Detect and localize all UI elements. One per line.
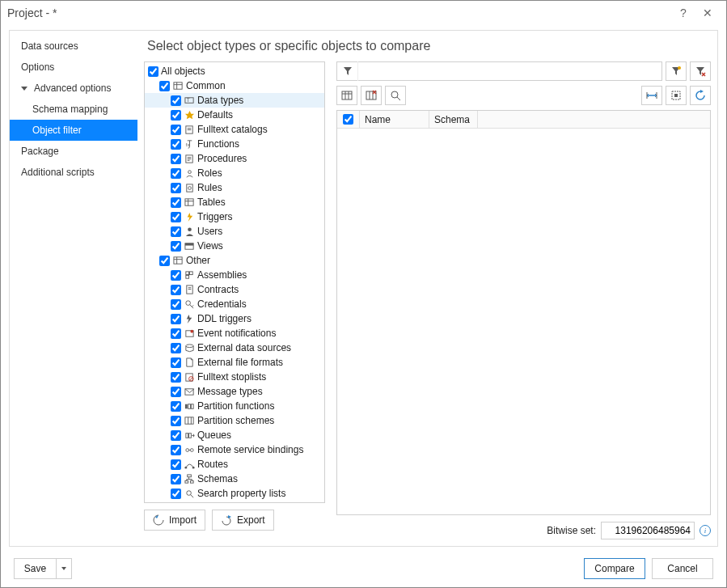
tree-checkbox[interactable]	[171, 416, 181, 426]
tree-label: Assemblies	[197, 269, 247, 281]
tree-checkbox[interactable]	[171, 154, 181, 164]
tree-row[interactable]: External file formats	[145, 355, 324, 370]
tree-row[interactable]: Partition schemes	[145, 413, 324, 428]
tree-checkbox[interactable]	[171, 357, 181, 368]
save-button[interactable]: Save	[14, 558, 56, 579]
sidebar-item-package[interactable]: Package	[10, 141, 137, 162]
grid-col-name[interactable]: Name	[360, 111, 429, 128]
tree-checkbox[interactable]	[171, 95, 181, 106]
tree-row[interactable]: Fulltext stoplists	[145, 370, 324, 384]
tree-checkbox[interactable]	[171, 401, 181, 412]
tree-row[interactable]: Credentials	[145, 297, 324, 311]
objects-grid[interactable]: Name Schema	[336, 110, 711, 515]
tree-checkbox[interactable]	[171, 183, 181, 193]
grid-check-all-box[interactable]	[343, 114, 353, 125]
tree-checkbox[interactable]	[171, 125, 181, 135]
import-button[interactable]: Import	[144, 510, 205, 531]
tree-row[interactable]: Search property lists	[145, 486, 324, 501]
tree-row[interactable]: External data sources	[145, 341, 324, 355]
tree-checkbox[interactable]	[171, 445, 181, 455]
select-all-button[interactable]	[666, 86, 687, 105]
tree-row[interactable]: Common	[145, 78, 324, 93]
show-columns-button[interactable]	[336, 86, 357, 105]
find-button[interactable]	[385, 86, 406, 105]
tree-row[interactable]: Views	[145, 239, 324, 253]
tree-checkbox[interactable]	[171, 372, 181, 383]
window-title: Project - *	[7, 6, 57, 19]
tree-checkbox[interactable]	[171, 212, 181, 222]
tree-row[interactable]: Users	[145, 224, 324, 239]
tree-checkbox[interactable]	[171, 226, 181, 237]
tree-row[interactable]: Other	[145, 253, 324, 268]
tree-row[interactable]: Schemas	[145, 472, 324, 486]
tree-row[interactable]: Rules	[145, 180, 324, 195]
tree-checkbox[interactable]	[171, 168, 181, 179]
tree-row[interactable]: Tables	[145, 195, 324, 209]
info-icon[interactable]: i	[700, 525, 711, 536]
help-icon[interactable]: ?	[671, 6, 695, 19]
save-dropdown[interactable]	[56, 558, 72, 579]
save-split-button[interactable]: Save	[14, 558, 72, 579]
tree-checkbox[interactable]	[159, 81, 170, 91]
tree-label: Partition schemes	[197, 415, 274, 426]
compare-button[interactable]: Compare	[584, 558, 645, 579]
tree-checkbox[interactable]	[171, 459, 181, 470]
tree-row[interactable]: Roles	[145, 166, 324, 180]
tree-checkbox[interactable]	[171, 110, 181, 121]
sidebar-item-object-filter[interactable]: Object filter	[10, 120, 137, 141]
close-icon[interactable]: ✕	[695, 6, 720, 19]
sidebar-item-options[interactable]: Options	[10, 57, 137, 78]
filter-clear-button[interactable]	[690, 61, 711, 81]
sidebar-item-schema-mapping[interactable]: Schema mapping	[10, 99, 137, 120]
tree-checkbox[interactable]	[171, 299, 181, 310]
tree-checkbox[interactable]	[171, 197, 181, 208]
fit-width-button[interactable]	[641, 86, 662, 105]
tree-checkbox[interactable]	[171, 328, 181, 339]
tree-checkbox[interactable]	[171, 343, 181, 353]
tree-checkbox[interactable]	[171, 139, 181, 150]
clear-columns-button[interactable]	[361, 86, 382, 105]
tree-checkbox[interactable]	[171, 489, 181, 499]
tree-row[interactable]: Defaults	[145, 108, 324, 122]
sidebar-item-additional-scripts[interactable]: Additional scripts	[10, 162, 137, 183]
grid-check-all[interactable]	[337, 111, 360, 128]
tree-checkbox[interactable]	[171, 474, 181, 484]
svg-rect-49	[187, 474, 191, 476]
tree-row[interactable]: Assemblies	[145, 268, 324, 282]
grid-col-schema[interactable]: Schema	[429, 111, 478, 128]
tree-checkbox[interactable]	[171, 241, 181, 252]
tree-checkbox[interactable]	[148, 66, 159, 77]
tree-label: Data types	[197, 95, 243, 106]
cancel-button[interactable]: Cancel	[652, 558, 713, 579]
tree-row[interactable]: fxFunctions	[145, 137, 324, 151]
tree-row[interactable]: Procedures	[145, 151, 324, 166]
tree-row[interactable]: Contracts	[145, 282, 324, 297]
filter-builder-button[interactable]	[666, 61, 687, 81]
export-button[interactable]: Export	[212, 510, 274, 531]
tree-label: All objects	[161, 66, 205, 77]
filter-input[interactable]	[336, 61, 662, 81]
tree-checkbox[interactable]	[171, 387, 181, 397]
tree-row[interactable]: TData types	[145, 93, 324, 108]
sidebar-item-data-sources[interactable]: Data sources	[10, 36, 137, 57]
tree-row[interactable]: All objects	[145, 64, 324, 78]
object-type-tree[interactable]: All objectsCommonTData typesDefaultsFull…	[144, 61, 325, 503]
tree-row[interactable]: Message types	[145, 384, 324, 399]
tree-row[interactable]: Queues	[145, 428, 324, 442]
tree-row[interactable]: Partition functions	[145, 399, 324, 413]
tree-row[interactable]: Fulltext catalogs	[145, 122, 324, 137]
tree-checkbox[interactable]	[171, 314, 181, 324]
bitwise-input[interactable]	[601, 522, 695, 539]
tree-row[interactable]: Triggers	[145, 209, 324, 224]
tree-row[interactable]: Routes	[145, 457, 324, 472]
tree-checkbox[interactable]	[171, 285, 181, 295]
sidebar-item-advanced-options[interactable]: Advanced options	[10, 78, 137, 99]
refresh-button[interactable]	[690, 86, 711, 105]
tree-checkbox[interactable]	[171, 270, 181, 281]
tree-row[interactable]: Event notifications	[145, 326, 324, 341]
tree-label: Fulltext catalogs	[197, 124, 268, 135]
tree-checkbox[interactable]	[159, 256, 170, 266]
tree-row[interactable]: Remote service bindings	[145, 442, 324, 457]
tree-row[interactable]: DDL triggers	[145, 311, 324, 326]
tree-checkbox[interactable]	[171, 430, 181, 441]
